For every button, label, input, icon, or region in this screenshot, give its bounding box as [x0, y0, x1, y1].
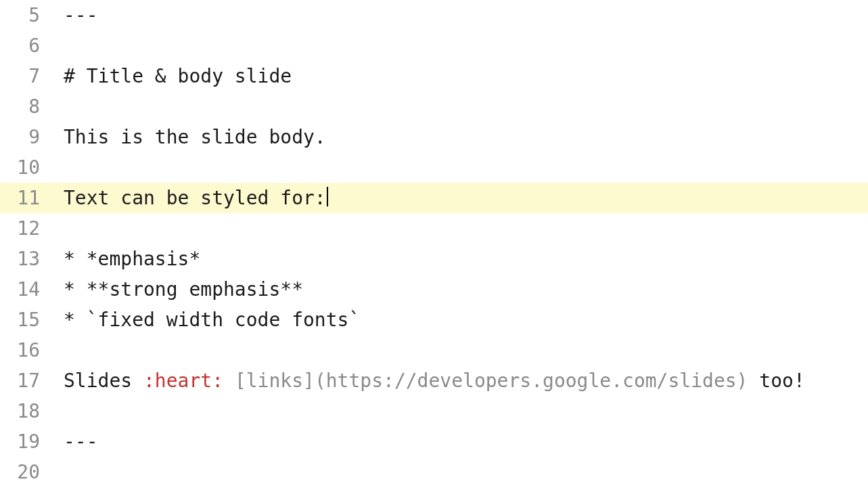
code-editor[interactable]: 5---67# Title & body slide89This is the …: [0, 0, 868, 487]
token-plain: * *emphasis*: [64, 248, 200, 270]
line-number: 17: [0, 365, 44, 396]
token-plain: # Title & body slide: [64, 65, 292, 87]
line-content[interactable]: ---: [44, 426, 868, 457]
editor-line[interactable]: 13* *emphasis*: [0, 244, 868, 274]
line-number: 15: [0, 305, 44, 335]
token-plain: This is the slide body.: [64, 126, 326, 148]
editor-line[interactable]: 19---: [0, 426, 868, 457]
line-number: 6: [0, 30, 44, 61]
editor-line[interactable]: 5---: [0, 0, 868, 30]
editor-line[interactable]: 10: [0, 152, 868, 183]
token-plain: Slides: [64, 370, 143, 392]
token-emoji: :heart:: [143, 370, 223, 392]
editor-line[interactable]: 9This is the slide body.: [0, 122, 868, 152]
line-content[interactable]: Slides :heart: [links](https://developer…: [44, 365, 868, 396]
token-plain: * `fixed width code fonts`: [64, 309, 360, 331]
editor-line[interactable]: 14* **strong emphasis**: [0, 274, 868, 305]
line-content[interactable]: # Title & body slide: [44, 61, 868, 91]
line-number: 7: [0, 61, 44, 91]
token-link: [links](https://developers.google.com/sl…: [235, 370, 748, 392]
line-number: 11: [0, 183, 44, 213]
token-plain: too!: [748, 370, 804, 392]
editor-line[interactable]: 8: [0, 91, 868, 122]
editor-line[interactable]: 18: [0, 396, 868, 426]
line-number: 8: [0, 91, 44, 122]
line-number: 10: [0, 152, 44, 183]
line-number: 12: [0, 213, 44, 244]
token-plain: ---: [64, 4, 98, 26]
line-content[interactable]: * `fixed width code fonts`: [44, 305, 868, 335]
token-plain: ---: [64, 430, 98, 453]
line-content[interactable]: Text can be styled for:: [44, 183, 868, 213]
line-content[interactable]: * *emphasis*: [44, 244, 868, 274]
line-number: 19: [0, 426, 44, 457]
editor-line[interactable]: 20: [0, 457, 868, 487]
token-plain: [223, 370, 235, 392]
editor-line[interactable]: 12: [0, 213, 868, 244]
editor-line[interactable]: 15* `fixed width code fonts`: [0, 305, 868, 335]
line-number: 16: [0, 335, 44, 365]
token-plain: * **strong emphasis**: [64, 278, 303, 301]
line-content[interactable]: * **strong emphasis**: [44, 274, 868, 305]
line-number: 9: [0, 122, 44, 152]
line-number: 20: [0, 457, 44, 487]
editor-line[interactable]: 7# Title & body slide: [0, 61, 868, 91]
text-cursor: [327, 187, 328, 206]
token-plain: Text can be styled for:: [64, 187, 326, 209]
line-number: 13: [0, 244, 44, 274]
editor-line[interactable]: 16: [0, 335, 868, 365]
line-number: 14: [0, 274, 44, 305]
editor-line[interactable]: 6: [0, 30, 868, 61]
editor-line[interactable]: 11Text can be styled for:: [0, 183, 868, 213]
line-content[interactable]: ---: [44, 0, 868, 30]
line-content[interactable]: This is the slide body.: [44, 122, 868, 152]
line-number: 18: [0, 396, 44, 426]
line-number: 5: [0, 0, 44, 30]
editor-line[interactable]: 17Slides :heart: [links](https://develop…: [0, 365, 868, 396]
